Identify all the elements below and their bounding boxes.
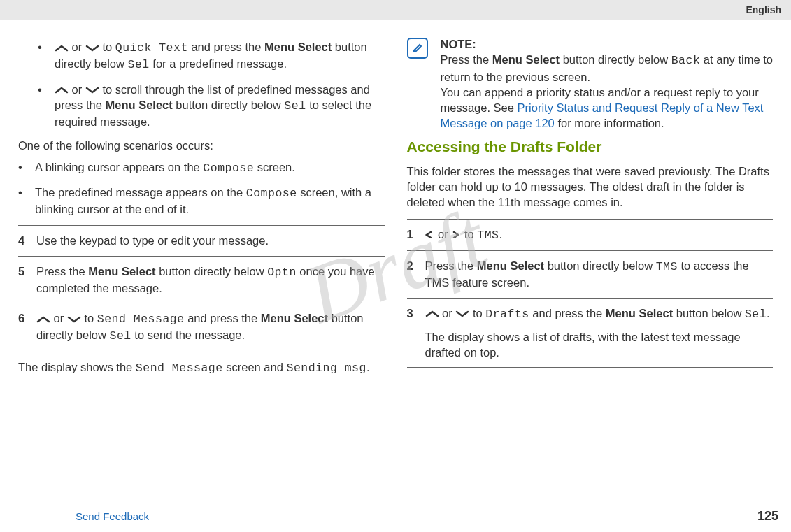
send-feedback-link[interactable]: Send Feedback — [76, 510, 149, 522]
divider — [407, 250, 774, 251]
divider — [18, 303, 385, 303]
down-arrow-icon — [67, 316, 81, 323]
divider — [407, 367, 774, 368]
down-arrow-icon — [85, 87, 99, 94]
step-row: 3 or to Drafts and press the Menu Select… — [407, 305, 774, 361]
scenario-intro: One of the following scenarios occurs: — [18, 138, 385, 153]
step-row: 1 or to TMS. — [407, 227, 774, 243]
left-arrow-icon — [425, 231, 435, 238]
page-number: 125 — [757, 509, 778, 524]
up-arrow-icon — [55, 45, 69, 52]
divider — [18, 256, 385, 257]
up-arrow-icon — [36, 316, 50, 323]
step-row: 6 or to Send Message and press the Menu … — [18, 310, 385, 345]
tail-text: The display shows the Send Message scree… — [18, 359, 385, 376]
language-label: English — [746, 4, 781, 15]
divider — [407, 298, 774, 299]
step-row: 2 Press the Menu Select button directly … — [407, 258, 774, 291]
bullet-item: • or to Quick Text and press the Menu Se… — [38, 39, 385, 73]
down-arrow-icon — [85, 45, 99, 52]
right-column: NOTE: Press the Menu Select button direc… — [396, 36, 785, 376]
bullet-item: • The predefined message appears on the … — [18, 185, 385, 217]
top-bar: English — [0, 0, 791, 20]
section-title: Accessing the Drafts Folder — [407, 137, 774, 157]
bullet-item: • A blinking cursor appears on the Compo… — [18, 159, 385, 176]
up-arrow-icon — [425, 310, 439, 317]
divider — [407, 219, 774, 220]
up-arrow-icon — [55, 87, 69, 94]
bullet-item: • or to scroll through the list of prede… — [38, 82, 385, 130]
left-column: • or to Quick Text and press the Menu Se… — [7, 36, 396, 376]
down-arrow-icon — [455, 310, 469, 317]
divider — [18, 225, 385, 226]
divider — [18, 352, 385, 352]
note-block: NOTE: Press the Menu Select button direc… — [407, 36, 774, 131]
footer: Send Feedback 125 — [0, 509, 791, 524]
step-row: 4 Use the keypad to type or edit your me… — [18, 233, 385, 248]
note-icon — [407, 38, 428, 59]
content: • or to Quick Text and press the Menu Se… — [0, 20, 791, 418]
section-intro: This folder stores the messages that wer… — [407, 164, 774, 210]
right-arrow-icon — [451, 231, 461, 238]
note-title: NOTE: — [441, 36, 774, 52]
step-row: 5 Press the Menu Select button directly … — [18, 264, 385, 296]
